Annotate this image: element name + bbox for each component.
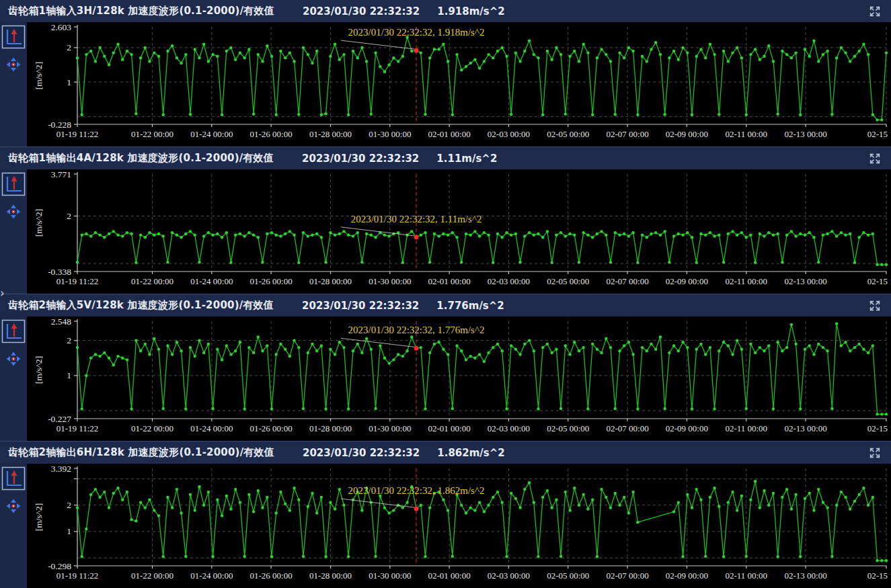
axis-scale-icon xyxy=(1,466,26,491)
x-tick-label: 02-11 00:00 xyxy=(725,423,767,433)
axis-scale-tool-button[interactable] xyxy=(1,319,26,343)
x-tick-label: 02-11 00:00 xyxy=(725,571,767,581)
axis-scale-icon xyxy=(1,172,26,196)
y-tick-label: 2.603 xyxy=(51,22,72,32)
y-tick-label: 3.392 xyxy=(51,464,71,474)
cursor-timestamp: 2023/01/30 22:32:32 xyxy=(302,300,419,312)
x-tick-label: 02-15 17:1 xyxy=(867,276,891,286)
cursor-point xyxy=(414,48,419,53)
x-tick-label: 02-09 00:00 xyxy=(666,571,708,581)
x-tick-label: 01-26 00:00 xyxy=(250,571,293,581)
gridlines xyxy=(77,321,886,419)
panel-2: 齿轮箱1轴输出4A/128k 加速度波形(0.1-2000)/有效值2023/0… xyxy=(0,146,891,294)
y-tick-label: -0.338 xyxy=(48,267,71,277)
x-tick-label: 02-05 00:00 xyxy=(547,276,589,286)
x-tick-label: 01-22 00:00 xyxy=(131,129,173,139)
x-tick-label: 01-28 00:00 xyxy=(309,423,352,433)
y-tick-label: -0.228 xyxy=(48,120,71,130)
waveform-chart[interactable]: 2.548-0.2272101-19 11:2201-22 00:0001-24… xyxy=(27,317,891,441)
y-axis-unit-label: [m/s^2] xyxy=(34,503,44,532)
axis-scale-tool-button[interactable] xyxy=(1,172,26,196)
y-tick-label: 2 xyxy=(67,500,71,510)
fullscreen-button[interactable] xyxy=(867,445,883,461)
panel-titlebar: 齿轮箱2轴输出6H/128k 加速度波形(0.1-2000)/有效值2023/0… xyxy=(0,442,891,464)
x-tick-label: 02-01 00:00 xyxy=(428,423,471,433)
x-tick-label: 02-07 00:00 xyxy=(606,423,648,433)
annotation-leader-line xyxy=(341,499,414,507)
axes: 3.392-0.2982101-19 11:2201-22 00:0001-24… xyxy=(48,464,891,581)
cursor-timestamp: 2023/01/30 22:32:32 xyxy=(303,447,420,459)
panel-title: 齿轮箱2轴输出6H/128k 加速度波形(0.1-2000)/有效值 xyxy=(8,446,274,459)
cursor-timestamp: 2023/01/30 22:32:32 xyxy=(302,153,419,165)
panel-3: 齿轮箱2轴输入5V/128k 加速度波形(0.1-2000)/有效值2023/0… xyxy=(0,294,891,441)
axis-scale-icon xyxy=(1,25,26,49)
pan-move-icon xyxy=(6,499,21,513)
chart-toolbar xyxy=(0,22,27,146)
waveform-series[interactable] xyxy=(76,322,888,415)
x-tick-label: 02-15 17:1 xyxy=(867,571,891,581)
x-tick-label: 01-22 00:00 xyxy=(131,423,173,433)
pan-move-icon xyxy=(6,57,21,72)
x-tick-label: 01-30 00:00 xyxy=(369,129,411,139)
chart-toolbar xyxy=(0,169,27,294)
y-axis-unit-label: [m/s^2] xyxy=(34,209,44,237)
sidebar-expand-chevron[interactable]: › xyxy=(0,288,5,299)
panel-title: 齿轮箱2轴输入5V/128k 加速度波形(0.1-2000)/有效值 xyxy=(8,299,274,312)
panel-body: 2.603-0.2282101-19 11:2201-22 00:0001-24… xyxy=(0,22,891,146)
panel-titlebar: 齿轮箱2轴输入5V/128k 加速度波形(0.1-2000)/有效值2023/0… xyxy=(0,294,891,317)
y-axis-unit-label: [m/s^2] xyxy=(34,356,44,384)
panel-title: 齿轮箱1轴输出4A/128k 加速度波形(0.1-2000)/有效值 xyxy=(8,152,274,165)
x-tick-label: 01-19 11:22 xyxy=(56,423,99,433)
x-tick-label: 02-01 00:00 xyxy=(428,129,471,139)
axis-scale-icon xyxy=(1,319,26,343)
fullscreen-expand-icon xyxy=(868,299,882,312)
x-tick-label: 01-19 11:22 xyxy=(56,571,99,581)
x-tick-label: 01-19 11:22 xyxy=(56,129,99,139)
cursor-value: 1.11m/s^2 xyxy=(436,153,497,165)
annotation-leader-line xyxy=(341,338,414,347)
x-tick-label: 02-09 00:00 xyxy=(666,129,708,139)
axis-scale-tool-button[interactable] xyxy=(1,466,26,491)
waveform-chart[interactable]: 2.603-0.2282101-19 11:2201-22 00:0001-24… xyxy=(27,22,891,146)
x-tick-label: 02-05 00:00 xyxy=(547,129,589,139)
x-tick-label: 01-28 00:00 xyxy=(309,276,352,286)
x-tick-label: 02-07 00:00 xyxy=(606,276,648,286)
x-tick-label: 01-24 00:00 xyxy=(190,571,233,581)
x-tick-label: 01-24 00:00 xyxy=(190,276,233,286)
y-tick-label: 3.771 xyxy=(51,169,71,179)
x-tick-label: 02-09 00:00 xyxy=(666,276,708,286)
pan-move-icon xyxy=(6,351,21,366)
waveform-series[interactable] xyxy=(76,36,888,121)
waveform-chart[interactable]: 3.771-0.338201-19 11:2201-22 00:0001-24 … xyxy=(27,169,891,294)
waveform-series[interactable] xyxy=(76,230,888,266)
x-tick-label: 02-15 17:1 xyxy=(867,423,891,433)
pan-tool-button[interactable] xyxy=(6,204,21,219)
y-tick-label: 2 xyxy=(67,42,71,52)
cursor-annotation-label: 2023/01/30 22:32:32, 1.918m/s^2 xyxy=(348,27,485,38)
pan-tool-button[interactable] xyxy=(6,351,21,366)
x-tick-label: 02-03 00:00 xyxy=(488,276,530,286)
pan-tool-button[interactable] xyxy=(6,57,21,72)
fullscreen-button[interactable] xyxy=(867,3,883,19)
pan-tool-button[interactable] xyxy=(6,499,21,513)
annotation-leader-line xyxy=(341,227,414,236)
cursor-annotation-label: 2023/01/30 22:32:32, 1.11m/s^2 xyxy=(351,214,482,224)
x-tick-label: 01-22 00:00 xyxy=(131,276,173,286)
x-tick-label: 02-09 00:00 xyxy=(666,423,708,433)
fullscreen-button[interactable] xyxy=(867,151,883,167)
panel-body: 2.548-0.2272101-19 11:2201-22 00:0001-24… xyxy=(0,317,891,441)
y-axis-unit-label: [m/s^2] xyxy=(34,62,44,90)
waveform-chart[interactable]: 3.392-0.2982101-19 11:2201-22 00:0001-24… xyxy=(27,464,891,588)
cursor-value: 1.776m/s^2 xyxy=(436,300,504,312)
y-tick-label: 1 xyxy=(67,526,71,536)
x-tick-label: 01-30 00:00 xyxy=(369,423,411,433)
x-tick-label: 02-13 00:00 xyxy=(784,276,826,286)
chart-toolbar xyxy=(0,464,27,588)
panel-4: 齿轮箱2轴输出6H/128k 加速度波形(0.1-2000)/有效值2023/0… xyxy=(0,441,891,588)
fullscreen-button[interactable] xyxy=(867,298,883,314)
x-tick-label: 02-11 00:00 xyxy=(725,276,767,286)
x-tick-label: 02-03 00:00 xyxy=(488,129,530,139)
axis-scale-tool-button[interactable] xyxy=(1,25,26,49)
x-tick-label: 01-28 00:00 xyxy=(309,129,352,139)
fullscreen-expand-icon xyxy=(868,152,882,165)
